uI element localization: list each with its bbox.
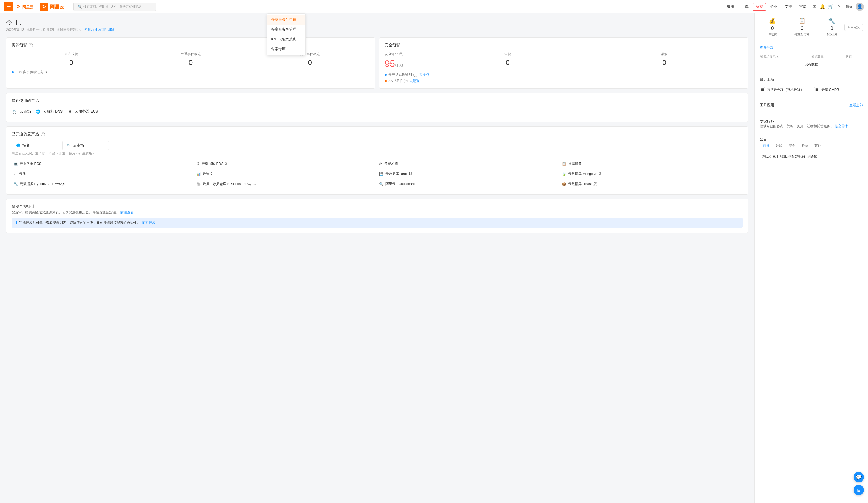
metric-alarming-label: 正在报警	[12, 52, 131, 57]
chat-float-button[interactable]: 💬	[854, 472, 864, 482]
enabled-grid-item-6[interactable]: 💾云数据库 Redis 版	[377, 169, 560, 179]
nav-support[interactable]: 支持	[782, 3, 795, 11]
search-bar[interactable]: 🔍 搜索文档、控制台、API、解决方案和资源	[73, 3, 156, 11]
enabled-grid-item-10[interactable]: 🔍阿里云 Elasticsearch	[377, 179, 560, 189]
logo[interactable]: ⟳ 阿里云 ↻ 阿里云	[17, 3, 64, 11]
cart-icon-btn[interactable]: 🛒	[827, 3, 834, 10]
quick-order[interactable]: 📋 0 待支付订单	[789, 18, 815, 37]
enabled-grid-item-8[interactable]: 🔧云数据库 HybridDB for MySQL	[12, 179, 194, 189]
sec-score-area: 安全评分 ? 95/100	[385, 52, 421, 69]
expert-link[interactable]: 提交需求	[835, 124, 848, 128]
resource-groups-viewall[interactable]: 查看全部	[760, 45, 773, 50]
compliance-link[interactable]: 前往查看	[120, 210, 134, 214]
product-list: 🛒 云市场 🌐 云解析 DNS 🖥 云服务器 ECS	[12, 106, 743, 117]
tools-viewall[interactable]: 查看全部	[849, 103, 863, 108]
enabled-grid-item-1[interactable]: 🗄云数据库 RDS 版	[194, 159, 377, 169]
enabled-grid-icon-0: 💻	[14, 162, 18, 166]
resource-groups-header: 查看全部	[760, 45, 863, 50]
nav-fee[interactable]: 费用	[724, 3, 737, 11]
beian-dropdown-item-0[interactable]: 备案服务号申请	[267, 15, 305, 24]
user-avatar[interactable]: 👤	[856, 3, 864, 11]
announce-tab-2[interactable]: 安全	[786, 142, 798, 150]
enabled-grid-label-4: 云盾	[19, 172, 26, 176]
mail-icon-btn[interactable]: ✉	[810, 3, 818, 10]
security-alert-header: 安全预警	[385, 43, 743, 48]
cloud-monitor-link[interactable]: 去授权	[419, 72, 429, 77]
content-area: 今日， 2020年8月31日星期一，欢迎您回到阿里云控制台。 控制台可访问性调研…	[0, 13, 754, 503]
sub-metric-ecs: ECS 实例负载过高 0	[12, 70, 370, 74]
lang-button[interactable]: 简体	[844, 3, 855, 10]
enabled-grid-item-0[interactable]: 💻云服务器 ECS	[12, 159, 194, 169]
menu-button[interactable]: ☰	[4, 2, 13, 11]
enabled-top-item-1[interactable]: 🛒 云市场	[62, 141, 109, 150]
product-label-2: 云服务器 ECS	[75, 109, 98, 114]
order-icon: 📋	[798, 18, 805, 24]
product-item-0[interactable]: 🛒 云市场	[12, 106, 35, 117]
compliance-desc: 配置审计提供跨区域资源源列表、记录资源变更历史、评估资源合规性。 前往查看	[12, 210, 743, 215]
quick-task[interactable]: 🔧 0 待办工单	[819, 18, 845, 37]
enabled-grid-label-9: 云原生数据仓库 ADB PostgreSQL...	[203, 182, 256, 186]
resource-alert-header: 资源预警 ?	[12, 43, 370, 48]
ssl-link[interactable]: 去配置	[410, 79, 420, 83]
metric-severe: 严重事件概览 0	[131, 52, 250, 67]
enabled-grid-item-11[interactable]: 📦云数据库 HBase 版	[560, 179, 743, 189]
main-layout: 今日， 2020年8月31日星期一，欢迎您回到阿里云控制台。 控制台可访问性调研…	[0, 13, 868, 503]
announce-tab-0[interactable]: 首推	[760, 142, 773, 150]
enabled-grid-item-5[interactable]: 📊云监控	[194, 169, 377, 179]
announce-tabs: 首推升级安全备案其他	[760, 142, 863, 150]
resource-alert-help[interactable]: ?	[29, 43, 33, 47]
product-item-2[interactable]: 🖥 云服务器 ECS	[67, 106, 102, 117]
enabled-grid-icon-10: 🔍	[379, 182, 383, 186]
bell-icon-btn[interactable]: 🔔	[819, 3, 826, 10]
enabled-grid-item-9[interactable]: 🐘云原生数据仓库 ADB PostgreSQL...	[194, 179, 377, 189]
enabled-help[interactable]: ?	[41, 132, 45, 137]
enabled-top-row: 🌐 域名 🛒 云市场	[12, 141, 743, 150]
fee-label: 待续费	[768, 32, 777, 37]
compliance-footer-link[interactable]: 前往授权	[142, 220, 156, 225]
help-icon: ?	[838, 4, 840, 9]
product-icon-2: 🖥	[67, 108, 73, 114]
enabled-top-item-0[interactable]: 🌐 域名	[12, 141, 58, 150]
nav-beian[interactable]: 备案	[753, 3, 766, 11]
security-alert-title: 安全预警	[385, 43, 400, 48]
enabled-grid-item-2[interactable]: ⚖负载均衡	[377, 159, 560, 169]
customize-button[interactable]: ✎ 自定义	[845, 24, 863, 31]
enabled-grid-label-8: 云数据库 HybridDB for MySQL	[20, 182, 66, 186]
nav-official[interactable]: 官网	[796, 3, 809, 11]
nav-enterprise[interactable]: 企业	[767, 3, 781, 11]
enabled-subtitle: 阿里云还为您开通了以下产品（开通不使用不产生费用）	[12, 151, 743, 156]
ssl-help[interactable]: ?	[404, 79, 408, 83]
enabled-grid-item-4[interactable]: 🛡云盾	[12, 169, 194, 179]
beian-dropdown-item-3[interactable]: 备案专区	[267, 44, 305, 54]
announce-tab-4[interactable]: 其他	[812, 142, 824, 150]
new-item-icon-1: ⬛	[814, 87, 819, 92]
nav-ticket[interactable]: 工单	[738, 3, 752, 11]
announce-tab-1[interactable]: 升级	[773, 142, 786, 150]
grid-float-button[interactable]: ⊞	[854, 485, 864, 495]
cloud-monitor-help[interactable]: ?	[413, 73, 417, 77]
quick-fee[interactable]: 💰 0 待续费	[760, 18, 785, 37]
accessibility-link[interactable]: 控制台可访问性调研	[84, 28, 114, 32]
sec-score-help[interactable]: ?	[399, 52, 403, 56]
help-icon-btn[interactable]: ?	[835, 3, 843, 10]
enabled-grid: 💻云服务器 ECS🗄云数据库 RDS 版⚖负载均衡📋日志服务🛡云盾📊云监控💾云数…	[12, 159, 743, 189]
enabled-grid-item-3[interactable]: 📋日志服务	[560, 159, 743, 169]
tools-header: 工具应用 查看全部	[760, 103, 863, 108]
tools-title: 工具应用	[760, 103, 774, 108]
recent-new-section: 最近上新 ⬛ 万博云迁移（整机迁移） ⬛ 云星 CMDB	[755, 73, 868, 99]
col-count: 资源数量	[812, 53, 845, 60]
sec-alerts: 告警 0 漏洞 0	[429, 52, 743, 67]
enabled-grid-icon-6: 💾	[379, 172, 383, 176]
security-metrics: 安全评分 ? 95/100 告警 0	[385, 52, 743, 69]
announce-item-0[interactable]: 【升级】9月消息队列MQ升级计划通知	[760, 153, 863, 160]
product-item-1[interactable]: 🌐 云解析 DNS	[35, 106, 67, 117]
announce-tab-3[interactable]: 备案	[798, 142, 812, 150]
new-item-0[interactable]: ⬛ 万博云迁移（整机迁移）	[760, 85, 804, 94]
col-name: 资源组显示名	[760, 53, 811, 60]
new-item-1[interactable]: ⬛ 云星 CMDB	[814, 85, 839, 94]
enabled-grid-icon-4: 🛡	[14, 172, 17, 176]
beian-dropdown-item-1[interactable]: 备案服务号管理	[267, 24, 305, 34]
enabled-grid-label-2: 负载均衡	[384, 161, 398, 166]
beian-dropdown-item-2[interactable]: ICP 代备案系统	[267, 34, 305, 44]
enabled-grid-item-7[interactable]: 🍃云数据库 MongoDB 版	[560, 169, 743, 179]
